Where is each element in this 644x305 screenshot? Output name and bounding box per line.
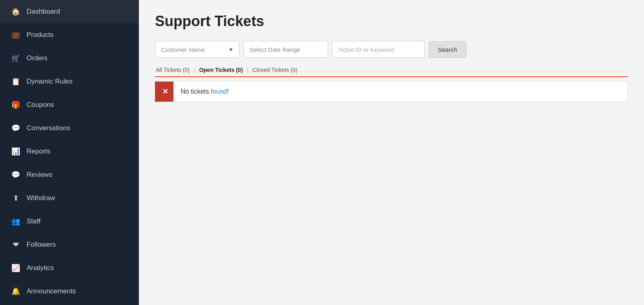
- sidebar-item-analytics[interactable]: 📈Analytics: [0, 256, 139, 280]
- alert-highlight: found: [211, 88, 227, 95]
- sidebar-item-orders[interactable]: 🛒Orders: [0, 47, 139, 70]
- main-content: Support Tickets Customer Name ▼ Select D…: [139, 0, 644, 305]
- sidebar-label-reports: Reports: [27, 147, 51, 156]
- sidebar: 🏠Dashboard💼Products🛒Orders📋Dynamic Rules…: [0, 0, 139, 305]
- filter-bar: Customer Name ▼ Select Date Range Ticket…: [155, 41, 628, 58]
- sidebar-item-dynamic-rules[interactable]: 📋Dynamic Rules: [0, 70, 139, 93]
- date-range-placeholder: Select Date Range: [250, 46, 300, 53]
- search-button[interactable]: Search: [429, 41, 466, 58]
- sidebar-item-followers[interactable]: ❤Followers: [0, 233, 139, 256]
- alert-error-icon: ✕: [157, 82, 173, 102]
- customer-name-placeholder: Customer Name: [161, 46, 205, 53]
- tab-open[interactable]: Open Tickets (0): [198, 65, 244, 75]
- analytics-icon: 📈: [11, 264, 20, 272]
- tab-all[interactable]: All Tickets (0): [155, 65, 190, 75]
- sidebar-label-analytics: Analytics: [27, 264, 54, 272]
- sidebar-label-reviews: Reviews: [27, 171, 52, 179]
- sidebar-item-coupons[interactable]: 🎁Coupons: [0, 93, 139, 117]
- followers-icon: ❤: [11, 240, 20, 249]
- keyword-placeholder: Ticket ID or Keyword: [338, 46, 394, 53]
- no-tickets-alert: ✕ No tickets found!: [155, 81, 628, 102]
- sidebar-label-dashboard: Dashboard: [27, 8, 60, 16]
- customer-name-dropdown[interactable]: Customer Name ▼: [155, 41, 239, 58]
- sidebar-item-conversations[interactable]: 💬Conversations: [0, 117, 139, 140]
- tab-separator: |: [194, 67, 195, 73]
- alert-message: No tickets found!: [173, 83, 236, 100]
- sidebar-label-conversations: Conversations: [27, 124, 70, 132]
- sidebar-item-staff[interactable]: 👥Staff: [0, 210, 139, 233]
- dynamic-rules-icon: 📋: [11, 77, 20, 86]
- sidebar-label-staff: Staff: [27, 217, 41, 225]
- sidebar-label-orders: Orders: [27, 54, 47, 62]
- date-range-input[interactable]: Select Date Range: [244, 41, 328, 58]
- keyword-input[interactable]: Ticket ID or Keyword: [332, 41, 425, 58]
- sidebar-item-reviews[interactable]: 💬Reviews: [0, 163, 139, 186]
- staff-icon: 👥: [11, 217, 20, 226]
- sidebar-item-tools[interactable]: 🔧Tools: [0, 303, 139, 305]
- sidebar-label-products: Products: [27, 31, 54, 39]
- products-icon: 💼: [11, 31, 20, 39]
- sidebar-label-withdraw: Withdraw: [27, 194, 55, 202]
- dashboard-icon: 🏠: [11, 7, 20, 16]
- sidebar-item-withdraw[interactable]: ⬆Withdraw: [0, 186, 139, 210]
- ticket-tabs: All Tickets (0)|Open Tickets (0)|Closed …: [155, 65, 628, 77]
- orders-icon: 🛒: [11, 54, 20, 63]
- sidebar-label-dynamic-rules: Dynamic Rules: [27, 78, 72, 86]
- reviews-icon: 💬: [11, 170, 20, 179]
- conversations-icon: 💬: [11, 124, 20, 133]
- announcements-icon: 🔔: [11, 287, 20, 296]
- reports-icon: 📊: [11, 147, 20, 156]
- withdraw-icon: ⬆: [11, 194, 20, 203]
- chevron-down-icon: ▼: [228, 47, 233, 53]
- page-title: Support Tickets: [155, 13, 628, 30]
- sidebar-item-announcements[interactable]: 🔔Announcements: [0, 280, 139, 303]
- sidebar-item-reports[interactable]: 📊Reports: [0, 140, 139, 163]
- tab-separator: |: [247, 67, 248, 73]
- tab-closed[interactable]: Closed Tickets (0): [252, 65, 298, 75]
- sidebar-label-announcements: Announcements: [27, 287, 76, 295]
- sidebar-item-products[interactable]: 💼Products: [0, 23, 139, 47]
- sidebar-label-followers: Followers: [27, 241, 56, 249]
- sidebar-label-coupons: Coupons: [27, 101, 54, 109]
- sidebar-item-dashboard[interactable]: 🏠Dashboard: [0, 0, 139, 23]
- coupons-icon: 🎁: [11, 100, 20, 109]
